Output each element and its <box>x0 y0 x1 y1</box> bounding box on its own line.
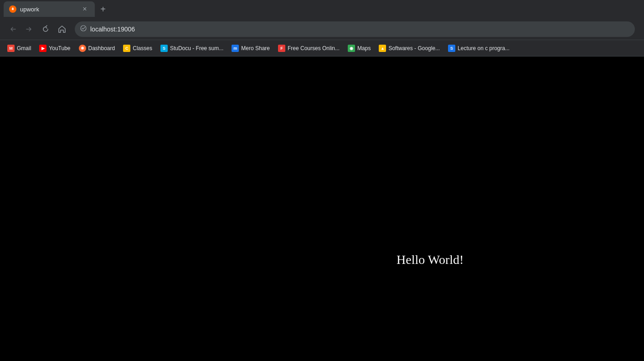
studocu-icon: S <box>160 45 168 52</box>
address-bar[interactable]: localhost:19006 <box>75 21 635 37</box>
gmail-icon: M <box>7 45 15 52</box>
bookmark-classes-label: Classes <box>133 45 152 52</box>
bookmark-softwares[interactable]: ▲ Softwares - Google... <box>375 43 443 54</box>
youtube-icon: ▶ <box>39 45 46 52</box>
dashboard-icon: ❋ <box>79 45 86 52</box>
new-tab-button[interactable]: + <box>97 3 109 15</box>
bookmark-gmail[interactable]: M Gmail <box>4 43 35 54</box>
hello-world-text: Hello World! <box>397 253 464 267</box>
active-tab[interactable]: upwork × <box>4 1 95 17</box>
bookmark-studocu[interactable]: S StuDocu - Free sum... <box>157 43 227 54</box>
bookmark-lecture-label: Lecture on c progra... <box>458 45 510 52</box>
bookmark-freecourses[interactable]: F Free Courses Onlin... <box>274 43 343 54</box>
bookmark-dashboard-label: Dashboard <box>88 45 115 52</box>
lecture-icon: S <box>448 45 455 52</box>
classes-icon: C <box>123 45 130 52</box>
reload-button[interactable] <box>38 22 53 36</box>
bookmarks-bar: M Gmail ▶ YouTube ❋ Dashboard C Classes … <box>0 40 644 57</box>
back-button[interactable] <box>5 22 20 36</box>
bookmark-meroshare-label: Mero Share <box>241 45 270 52</box>
freecourses-icon: F <box>278 45 285 52</box>
address-port: :19006 <box>115 26 135 33</box>
meroshare-icon: m <box>232 45 239 52</box>
bookmark-youtube[interactable]: ▶ YouTube <box>36 43 74 54</box>
svg-point-1 <box>81 26 86 31</box>
nav-bar: localhost:19006 <box>0 18 644 40</box>
address-protocol: localhost <box>90 26 115 33</box>
bookmark-studocu-label: StuDocu - Free sum... <box>170 45 223 52</box>
bookmark-softwares-label: Softwares - Google... <box>388 45 440 52</box>
bookmark-freecourses-label: Free Courses Onlin... <box>288 45 340 52</box>
softwares-icon: ▲ <box>379 45 386 52</box>
address-text: localhost:19006 <box>90 26 629 33</box>
security-icon <box>80 25 87 33</box>
main-content: Hello World! <box>0 57 644 361</box>
bookmark-lecture[interactable]: S Lecture on c progra... <box>444 43 513 54</box>
tab-title: upwork <box>20 6 77 13</box>
home-button[interactable] <box>55 22 69 36</box>
bookmark-maps-label: Maps <box>357 45 371 52</box>
bookmark-youtube-label: YouTube <box>49 45 70 52</box>
forward-button[interactable] <box>22 22 36 36</box>
bookmark-gmail-label: Gmail <box>17 45 31 52</box>
bookmark-classes[interactable]: C Classes <box>119 43 156 54</box>
bookmark-meroshare[interactable]: m Mero Share <box>228 43 273 54</box>
maps-icon: ◉ <box>348 45 355 52</box>
tab-favicon <box>9 5 16 13</box>
bookmark-dashboard[interactable]: ❋ Dashboard <box>75 43 119 54</box>
bookmark-maps[interactable]: ◉ Maps <box>344 43 374 54</box>
tab-close-button[interactable]: × <box>80 5 89 14</box>
title-bar: upwork × + <box>0 0 644 18</box>
